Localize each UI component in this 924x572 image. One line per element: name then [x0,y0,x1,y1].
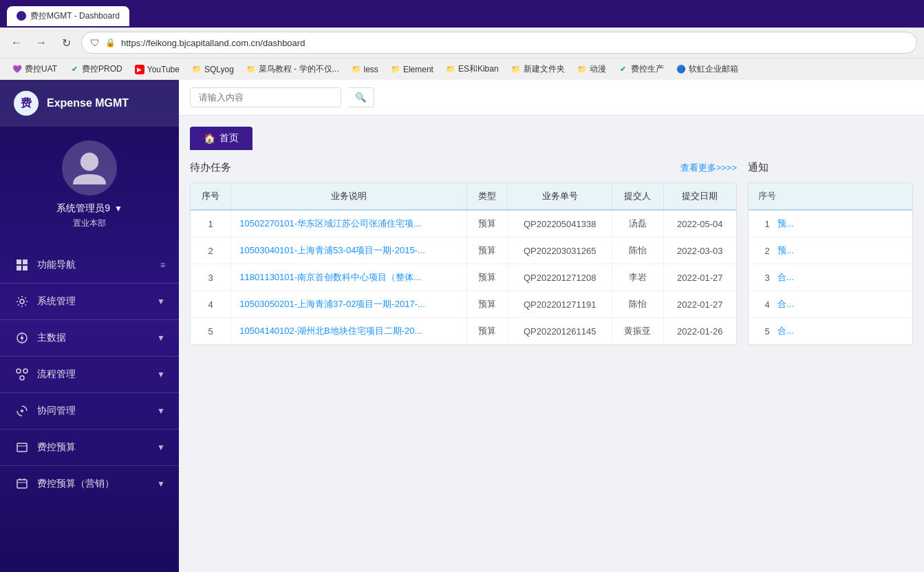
nav-divider [0,429,179,430]
tasks-table: 序号 业务说明 类型 业务单号 提交人 提交日期 1 10502270101-华 [191,183,736,345]
tab-favicon [17,11,26,21]
user-section: 系统管理员9 ▼ 置业本部 [0,127,179,243]
svg-rect-2 [23,259,28,264]
table-row: 4 10503050201-上海青浦37-02项目一期-2017-... 预算 … [191,291,736,318]
nav-divider [0,356,179,357]
nav-label: 系统管理 [37,295,157,308]
bookmark-cainiao[interactable]: 📁 菜鸟教程 - 学的不仅... [241,62,345,76]
svg-point-12 [21,410,23,412]
tab-bar: 费控MGMT - Dashboard [0,0,924,28]
nav-label: 主数据 [37,332,157,344]
cell-seq: 1 [191,210,231,237]
cell-description: 10504140102-湖州北B地块住宅项目二期-20... [231,318,467,345]
notice-title: 通知 [748,161,769,174]
view-more-link[interactable]: 查看更多>>>> [680,162,737,174]
bookmark-anime[interactable]: 📁 动漫 [572,62,612,76]
nav-label: 费控预算 [37,441,157,454]
bookmark-icon-prod: ✔ [69,65,79,74]
cell-order: QP202201271191 [508,291,612,318]
back-button[interactable]: ← [7,33,26,52]
bookmark-feikong-prod[interactable]: ✔ 费控PROD [64,62,128,76]
task-link[interactable]: 11801130101-南京首创数科中心项目（整体... [239,272,421,282]
bookmark-ruanhong[interactable]: 🔵 软虹企业邮箱 [671,62,744,76]
task-link[interactable]: 10503050201-上海青浦37-02项目一期-2017-... [239,299,425,309]
cell-order: QP202205041338 [508,210,612,237]
nav-item-费控预算[interactable]: 费控预算 ▼ [0,432,179,463]
active-tab[interactable]: 费控MGMT - Dashboard [7,6,129,26]
bookmark-es-kiban[interactable]: 📁 ES和Kiban [440,62,504,76]
sync-icon [14,403,30,419]
cell-type: 预算 [466,264,507,291]
bookmark-label: ES和Kiban [458,63,499,75]
notice-link[interactable]: 合... [777,325,904,337]
svg-rect-15 [17,480,27,488]
nav-label: 功能导航 [37,259,160,271]
cell-submitter: 黄振亚 [612,318,663,345]
bookmark-feikong-uat[interactable]: 💜 费控UAT [7,62,63,76]
svg-point-9 [17,369,21,373]
address-bar[interactable]: 🛡 🔒 https://feikong.bjcapitalland.com.cn… [81,32,917,54]
sidebar-header: 费 Expense MGMT [0,80,179,127]
app-title: Expense MGMT [47,97,129,109]
notice-link[interactable]: 合... [777,271,904,284]
search-button[interactable]: 🔍 [348,87,374,107]
cell-type: 预算 [466,291,507,318]
notice-link[interactable]: 预... [777,218,904,230]
forward-button[interactable]: → [32,33,51,52]
budget-icon [14,439,30,456]
user-name-row[interactable]: 系统管理员9 ▼ [56,202,122,215]
folder-icon: 📁 [577,65,587,74]
cell-submitter: 陈怡 [612,291,663,318]
col-seq: 序号 [191,183,231,210]
svg-rect-1 [17,259,21,264]
col-order: 业务单号 [508,183,612,210]
cell-order: QP202201261145 [508,318,612,345]
svg-point-10 [23,369,28,373]
avatar-icon [69,147,110,189]
task-link[interactable]: 10504140102-湖州北B地块住宅项目二期-20... [239,326,422,336]
tab-bar-page: 🏠 首页 [190,127,913,150]
gear-icon [14,293,30,310]
youtube-icon: ▶ [135,65,144,74]
nav-item-主数据[interactable]: 主数据 ▼ [0,323,179,353]
notice-row: 1 预... [749,211,912,237]
bookmark-label: YouTube [147,65,180,74]
data-icon [14,330,30,346]
cell-order: QP202201271208 [508,264,612,291]
bookmark-new-folder[interactable]: 📁 新建文件夹 [506,62,570,76]
nav-divider [0,392,179,393]
bookmark-element[interactable]: 📁 Element [385,63,439,76]
notice-link[interactable]: 合... [777,298,904,310]
main-content: 🔍 🏠 首页 待办任务 查看更多>>>> [179,80,924,572]
bookmark-label: 费控PROD [82,63,122,75]
cell-description: 10503040101-上海青浦53-04项目一期-2015-... [231,237,467,264]
app-container: 费 Expense MGMT 系统管理员9 ▼ 置业本部 功能 [0,80,924,572]
bookmark-youtube[interactable]: ▶ YouTube [129,63,185,76]
table-row: 1 10502270101-华东区域江苏公司张浦住宅项... 预算 QP2022… [191,210,736,237]
grid-icon [14,257,30,273]
chevron-down-icon: ▼ [157,406,165,416]
notice-seq: 5 [757,326,777,337]
nav-item-功能导航[interactable]: 功能导航 ≡ [0,250,179,280]
task-link[interactable]: 10503040101-上海青浦53-04项目一期-2015-... [239,245,425,255]
cell-date: 2022-03-03 [663,237,736,264]
notice-link[interactable]: 预... [777,244,904,257]
notice-row: 4 合... [749,291,912,318]
nav-item-协同管理[interactable]: 协同管理 ▼ [0,396,179,426]
tab-home[interactable]: 🏠 首页 [190,127,253,150]
bookmark-sqlyog[interactable]: 📁 SQLyog [186,63,239,76]
nav-item-费控预算营销[interactable]: 费控预算（营销） ▼ [0,469,179,499]
chevron-down-icon: ▼ [157,443,165,452]
task-link[interactable]: 10502270101-华东区域江苏公司张浦住宅项... [239,218,421,229]
bookmark-icon: 🔵 [676,65,686,74]
reload-button[interactable]: ↻ [56,33,76,52]
user-dept: 置业本部 [73,218,106,229]
lock-icon: 🔒 [105,38,116,47]
nav-item-系统管理[interactable]: 系统管理 ▼ [0,286,179,317]
bookmark-feikong-prod2[interactable]: ✔ 费控生产 [613,62,669,76]
nav-item-流程管理[interactable]: 流程管理 ▼ [0,359,179,390]
search-input[interactable] [190,87,341,107]
notice-seq: 3 [757,273,777,283]
bookmark-less[interactable]: 📁 less [346,63,384,76]
tasks-section: 待办任务 查看更多>>>> 序号 业务说明 类型 业务单号 提 [190,161,737,346]
